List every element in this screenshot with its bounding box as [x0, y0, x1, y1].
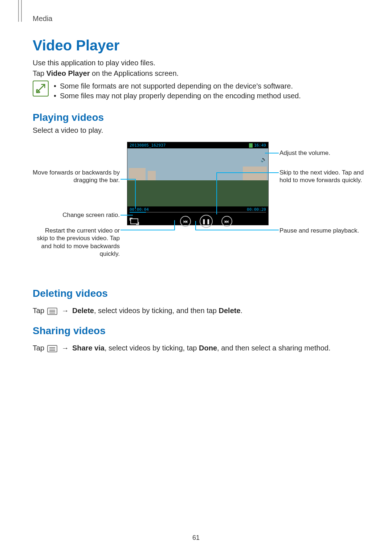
seek-row: 00:00:04 00:00:20 — [127, 206, 268, 212]
page-title: Video Player — [33, 37, 363, 54]
callout-line — [216, 172, 269, 173]
callout-seek: Move forwards or backwards by dragging t… — [33, 169, 120, 184]
callout-line — [265, 153, 279, 153]
page-tab-marker — [18, 0, 22, 22]
callout-line — [174, 220, 175, 230]
callout-line — [121, 215, 133, 216]
volume-icon[interactable]: 🔊 — [261, 156, 267, 162]
deleting-text: Tap → Delete, select videos by ticking, … — [33, 307, 363, 315]
callout-line — [195, 230, 269, 230]
intro2-post: on the Applications screen. — [90, 69, 179, 77]
playing-text: Select a video to play. — [33, 126, 363, 135]
screen-ratio-button[interactable] — [130, 218, 138, 224]
heading-playing: Playing videos — [33, 112, 363, 123]
previous-button[interactable]: ⏮ — [180, 216, 191, 227]
callout-line — [121, 230, 174, 230]
arrow-icon: → — [61, 307, 69, 315]
arrow-icon: → — [61, 344, 69, 352]
del-pre: Tap — [33, 307, 46, 315]
heading-deleting: Deleting videos — [33, 288, 363, 299]
seek-bar[interactable] — [130, 212, 266, 213]
video-player: 20130805_162937 16:49 🔊 00:00:04 00:00:2… — [127, 142, 269, 225]
menu-icon — [47, 345, 57, 352]
callout-line — [269, 172, 279, 173]
share-pre: Tap — [33, 344, 46, 352]
share-bold2: Done — [199, 344, 217, 352]
player-clock: 16:49 — [254, 143, 266, 148]
intro-line-1: Use this application to play video files… — [33, 59, 363, 67]
section-header: Media — [33, 15, 363, 23]
callout-line — [195, 221, 196, 230]
page-number: 61 — [0, 534, 392, 542]
callout-line — [121, 179, 135, 180]
status-bar: 16:49 — [249, 143, 266, 148]
battery-icon — [249, 143, 253, 148]
callout-line — [269, 230, 279, 230]
intro2-bold: Video Player — [46, 69, 90, 77]
menu-icon — [47, 308, 57, 315]
note-list: Some file formats are not supported depe… — [54, 81, 301, 102]
note-box: Some file formats are not supported depe… — [33, 81, 363, 102]
time-total: 00:00:20 — [247, 207, 266, 212]
share-bold1: Share via — [72, 344, 105, 352]
pause-button[interactable]: ❚❚ — [200, 215, 213, 228]
note-item-1: Some file formats are not supported depe… — [54, 82, 301, 90]
player-diagram: 20130805_162937 16:49 🔊 00:00:04 00:00:2… — [33, 140, 363, 278]
callout-volume: Adjust the volume. — [279, 149, 370, 157]
sharing-text: Tap → Share via, select videos by tickin… — [33, 344, 363, 352]
callout-ratio: Change screen ratio. — [33, 211, 120, 219]
heading-sharing: Sharing videos — [33, 325, 363, 337]
note-item-2: Some files may not play properly dependi… — [54, 92, 301, 100]
video-frame: 🔊 — [127, 148, 268, 206]
intro-line-2: Tap Video Player on the Applications scr… — [33, 69, 363, 78]
del-bold1: Delete — [72, 307, 94, 315]
next-button[interactable]: ⏭ — [221, 216, 232, 227]
callout-next: Skip to the next video. Tap and hold to … — [279, 169, 374, 184]
intro2-pre: Tap — [33, 69, 46, 77]
share-mid: , select videos by ticking, tap — [105, 344, 199, 352]
callout-prev: Restart the current video or skip to the… — [33, 227, 120, 258]
callout-line — [135, 179, 136, 209]
del-bold2: Delete — [219, 307, 241, 315]
callout-line — [216, 172, 217, 214]
time-elapsed: 00:00:04 — [130, 207, 149, 212]
del-post: . — [241, 307, 243, 315]
del-mid: , select videos by ticking, and then tap — [94, 307, 219, 315]
share-post: , and then select a sharing method. — [217, 344, 330, 352]
player-controls: ⏮ ❚❚ ⏭ — [127, 213, 268, 230]
note-icon — [33, 81, 49, 97]
callout-pause: Pause and resume playback. — [279, 227, 370, 234]
player-filename: 20130805_162937 — [130, 143, 166, 148]
